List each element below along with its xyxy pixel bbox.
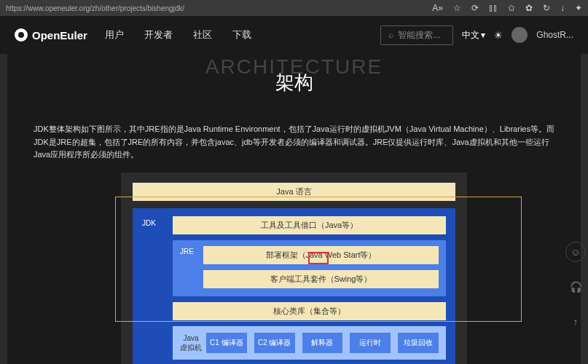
site-header: OpenEuler 用户 开发者 社区 下载 ⌕ 智能搜索... 中文 ▾ ☀ …: [0, 16, 588, 54]
main-nav: 用户 开发者 社区 下载: [105, 28, 251, 41]
search-input[interactable]: ⌕ 智能搜索...: [380, 25, 453, 45]
nav-users[interactable]: 用户: [105, 28, 124, 41]
jvm-box: Java 虚拟机 C1 编译器 C2 编译器 解释器 运行时 垃圾回收: [173, 326, 446, 360]
jre-main: 部署框架（Java Web Start等） 客户端工具套件（Swing等）: [203, 246, 439, 288]
refresh-icon[interactable]: ⟳: [471, 3, 479, 13]
jdk-box: JDK 工具及工具借口（Java等） JRE 部署框架（Java Web Sta…: [133, 208, 455, 364]
tools-bar: 工具及工具借口（Java等）: [173, 216, 446, 234]
collection-icon[interactable]: ✿: [525, 3, 533, 13]
jre-sidebar: JRE: [180, 246, 196, 288]
theme-toggle[interactable]: ☀: [494, 30, 503, 41]
favorite-icon[interactable]: ✩: [508, 3, 515, 13]
search-icon: ⌕: [388, 30, 393, 40]
description-text: JDK整体架构如下图所示，其中JRE指的是Java Runtime Enviro…: [34, 123, 554, 162]
history-icon[interactable]: ↻: [543, 3, 550, 13]
deploy-bar: 部署框架（Java Web Start等）: [203, 246, 439, 264]
jvm-main: C1 编译器 C2 编译器 解释器 运行时 垃圾回收: [206, 333, 439, 353]
search-placeholder: 智能搜索...: [398, 29, 440, 41]
support-icon[interactable]: 🎧: [565, 277, 586, 297]
logo[interactable]: OpenEuler: [15, 28, 87, 41]
logo-icon: [15, 28, 28, 41]
jre-label: JRE: [180, 246, 196, 257]
jvm-label: Java 虚拟机: [180, 333, 202, 352]
jvm-c2: C2 编译器: [254, 333, 295, 353]
header-right: ⌕ 智能搜索... 中文 ▾ ☀ GhostR...: [380, 25, 573, 45]
avatar[interactable]: [511, 27, 528, 43]
feedback-icon[interactable]: ☺: [565, 242, 586, 262]
architecture-diagram: Java 语言 JDK 工具及工具借口（Java等） JRE 部署框架（Java…: [121, 173, 467, 364]
jdk-sidebar: JDK: [142, 216, 165, 360]
client-bar: 客户端工具套件（Swing等）: [203, 270, 439, 288]
jvm-c1: C1 编译器: [206, 333, 247, 353]
jdk-label: JDK: [142, 216, 165, 230]
jdk-main: 工具及工具借口（Java等） JRE 部署框架（Java Web Start等）…: [173, 216, 446, 360]
username: GhostR...: [536, 30, 573, 40]
nav-download[interactable]: 下载: [232, 28, 251, 41]
star-icon[interactable]: ☆: [453, 3, 461, 13]
chevron-down-icon: ▾: [481, 30, 485, 40]
jvm-interpreter: 解释器: [302, 333, 343, 353]
brand-name: OpenEuler: [32, 29, 87, 41]
extension-icon[interactable]: ✦: [575, 3, 582, 13]
jvm-runtime: 运行时: [350, 333, 391, 353]
text-size-icon[interactable]: A»: [432, 3, 443, 13]
browser-controls: A» ☆ ⟳ ⫿⫿ ✩ ✿ ↻ ↓ ✦: [432, 3, 582, 13]
nav-developers[interactable]: 开发者: [144, 28, 173, 41]
read-icon[interactable]: ⫿⫿: [489, 3, 498, 13]
content: ARCHITECTURE 架构 JDK整体架构如下图所示，其中JRE指的是Jav…: [7, 54, 581, 364]
core-bar: 核心类库（集合等）: [173, 302, 446, 320]
jre-box: JRE 部署框架（Java Web Start等） 客户端工具套件（Swing等…: [173, 240, 446, 296]
scroll-top-icon[interactable]: ↑: [565, 312, 586, 332]
java-language-bar: Java 语言: [133, 183, 455, 201]
background-title: ARCHITECTURE: [205, 55, 383, 79]
language-selector[interactable]: 中文 ▾: [462, 29, 485, 41]
browser-url-bar: https://www.openeuler.org/zh/other/proje…: [0, 0, 588, 16]
url-text: https://www.openeuler.org/zh/other/proje…: [6, 4, 432, 12]
nav-community[interactable]: 社区: [193, 28, 212, 41]
jvm-gc: 垃圾回收: [398, 333, 439, 353]
download-icon[interactable]: ↓: [560, 3, 565, 13]
side-widgets: ☺ 🎧 ↑: [563, 242, 588, 332]
